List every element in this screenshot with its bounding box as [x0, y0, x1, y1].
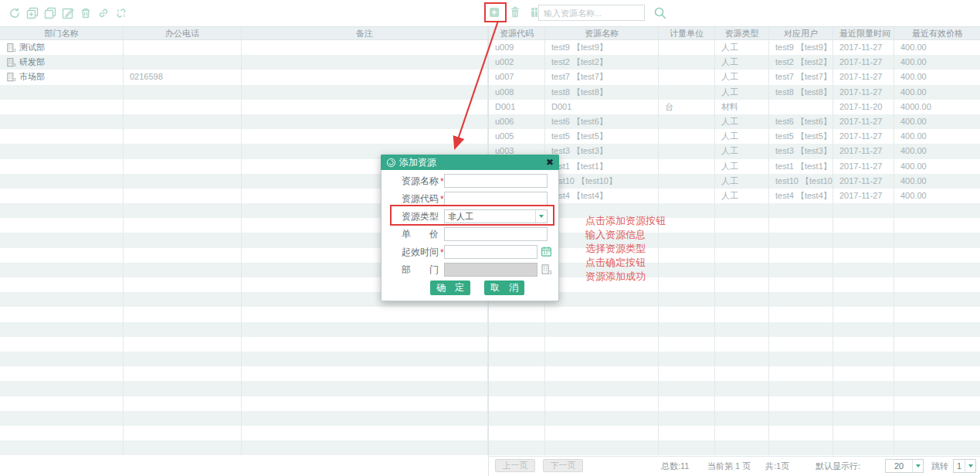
table-cell	[715, 411, 769, 426]
table-cell: 人工	[715, 55, 769, 70]
empty-row	[489, 248, 980, 263]
unlink-icon[interactable]	[114, 6, 128, 20]
cancel-button[interactable]: 取 消	[484, 280, 524, 295]
link-icon[interactable]	[97, 6, 110, 20]
annotation-line: 点击添加资源按钮	[585, 214, 666, 228]
table-cell	[894, 396, 980, 411]
resource-row[interactable]: D001D001台材料2017-11-204000.00	[489, 100, 980, 114]
add-department-icon[interactable]	[25, 6, 39, 20]
chevron-down-icon	[535, 210, 547, 223]
table-cell	[124, 307, 242, 321]
edit-icon[interactable]	[61, 6, 75, 20]
department-row[interactable]: 3测试部	[0, 40, 488, 55]
table-cell: u007	[489, 70, 545, 84]
department-row[interactable]: 3市场部0216598	[0, 70, 488, 84]
refresh-icon[interactable]	[8, 6, 22, 20]
table-cell	[769, 100, 833, 114]
table-cell	[489, 411, 545, 426]
resource-row[interactable]: u003test3 【test3】人工test3 【test3】2017-11-…	[489, 144, 980, 158]
empty-row	[489, 440, 980, 455]
table-cell: 400.00	[894, 129, 980, 144]
rows-per-page-select[interactable]: 20	[885, 459, 924, 473]
resource-panel: 资源代码资源名称计量单位资源类型对应用户最近限量时间最近有效价格 u009tes…	[488, 26, 980, 476]
table-cell	[0, 396, 124, 411]
resource-code-input[interactable]	[444, 192, 548, 206]
table-cell: u009	[489, 40, 545, 55]
table-cell	[545, 366, 659, 381]
table-cell	[769, 248, 833, 263]
jump-label: 跳转	[931, 457, 948, 475]
resource-row[interactable]: test10 【test10】人工test10 【test10】2017-11-…	[489, 174, 980, 189]
empty-row	[489, 381, 980, 396]
department-name: 测试部	[19, 40, 45, 55]
department-row[interactable]: 3研发部	[0, 55, 488, 70]
department-input[interactable]	[444, 263, 537, 277]
table-cell	[659, 40, 715, 55]
empty-row	[0, 366, 488, 381]
table-cell: test7 【test7】	[545, 70, 659, 84]
search-icon[interactable]	[653, 5, 668, 21]
delete-icon[interactable]	[79, 6, 93, 20]
prev-page-button[interactable]: 上一页	[495, 459, 535, 472]
dialog-field-row-resource-name: 资源名称*	[381, 174, 558, 188]
table-cell	[715, 292, 769, 307]
table-cell	[242, 114, 488, 129]
resource-row[interactable]: test4 【test4】人工test4 【test4】2017-11-2740…	[489, 189, 980, 203]
table-cell	[124, 144, 242, 158]
table-cell: 2017-11-27	[833, 159, 894, 174]
resource-row[interactable]: u008test8 【test8】人工test8 【test8】2017-11-…	[489, 85, 980, 100]
resource-row[interactable]: u007test7 【test7】人工test7 【test7】2017-11-…	[489, 70, 980, 84]
copy-icon[interactable]	[43, 6, 57, 20]
add-resource-icon[interactable]	[487, 5, 501, 19]
next-page-button[interactable]: 下一页	[543, 459, 583, 472]
empty-row	[489, 396, 980, 411]
confirm-button[interactable]: 确 定	[430, 280, 470, 295]
table-cell	[659, 144, 715, 158]
department-picker-icon[interactable]: 3	[541, 264, 553, 276]
empty-row	[0, 381, 488, 396]
resource-row[interactable]: u001test1 【test1】人工test1 【test1】2017-11-…	[489, 159, 980, 174]
svg-text:3: 3	[549, 270, 552, 275]
close-icon[interactable]: ✖	[546, 155, 554, 170]
jump-page-select[interactable]: 1	[953, 459, 976, 473]
resource-type-dropdown[interactable]: 非人工	[444, 209, 548, 223]
unit-price-input[interactable]	[444, 227, 548, 241]
resource-name-input[interactable]	[444, 174, 548, 188]
table-cell	[833, 352, 894, 366]
rows-per-page-label: 默认显示行:	[816, 457, 860, 475]
table-cell	[659, 174, 715, 189]
table-cell	[124, 85, 242, 100]
search-input[interactable]	[538, 5, 645, 21]
empty-row	[489, 218, 980, 233]
table-cell	[769, 381, 833, 396]
table-cell	[124, 440, 242, 455]
empty-row	[0, 322, 488, 337]
resource-code-label: 资源代码	[402, 192, 439, 206]
empty-row	[489, 352, 980, 366]
table-cell	[124, 396, 242, 411]
effective-date-input[interactable]	[444, 245, 537, 259]
table-cell	[833, 292, 894, 307]
resource-row[interactable]: u009test9 【test9】人工test9 【test9】2017-11-…	[489, 40, 980, 55]
table-cell	[0, 263, 124, 277]
svg-text:3: 3	[13, 78, 16, 83]
table-cell	[769, 352, 833, 366]
resource-table-body: u009test9 【test9】人工test9 【test9】2017-11-…	[489, 40, 980, 455]
table-cell	[659, 248, 715, 263]
empty-row	[0, 352, 488, 366]
resource-row[interactable]: u002test2 【test2】人工test2 【test2】2017-11-…	[489, 55, 980, 70]
resource-row[interactable]: u006test6 【test6】人工test6 【test6】2017-11-…	[489, 114, 980, 129]
table-cell	[489, 307, 545, 321]
resource-row[interactable]: u005test5 【test5】人工test5 【test5】2017-11-…	[489, 129, 980, 144]
table-cell	[545, 411, 659, 426]
table-cell	[715, 263, 769, 277]
calendar-icon[interactable]	[541, 246, 553, 258]
chevron-down-icon	[965, 460, 975, 472]
table-cell	[715, 307, 769, 321]
column-header: 计量单位	[659, 27, 715, 39]
table-cell	[124, 322, 242, 337]
table-cell	[769, 307, 833, 321]
delete-resource-icon[interactable]	[508, 5, 522, 19]
department-name: 研发部	[19, 55, 45, 70]
empty-row	[0, 307, 488, 321]
